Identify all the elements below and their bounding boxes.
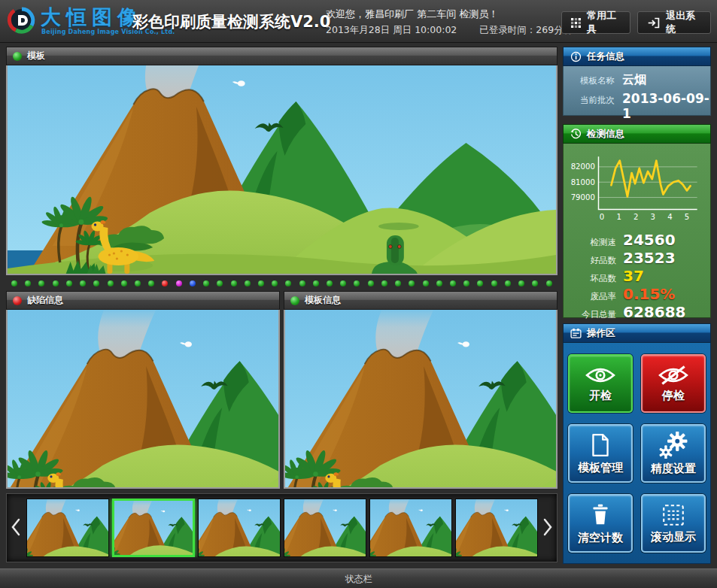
filmstrip-thumbnail[interactable] — [284, 499, 366, 557]
filmstrip-thumbnail[interactable] — [455, 499, 538, 557]
indicator-dot — [258, 280, 264, 286]
task-label: 当前批次 — [573, 95, 615, 106]
svg-text:3: 3 — [651, 213, 655, 221]
status-led-icon — [13, 52, 22, 61]
stat-row: 好品数 23523 — [567, 249, 707, 267]
indicator-dot — [148, 280, 154, 286]
detection-info-body: 820008100079000012345 检测速 24560 好品数 2352… — [563, 144, 711, 318]
eye-off-icon — [658, 365, 689, 386]
indicator-dot — [409, 280, 415, 286]
svg-text:1: 1 — [616, 213, 621, 221]
operation-title: 操作区 — [587, 327, 615, 340]
app-window: 大恒图像 Beijing Daheng Image Vision Co., Lt… — [0, 0, 717, 588]
template-panel-header: 模板 — [6, 47, 557, 65]
id-card-icon — [570, 328, 582, 339]
filmstrip-thumbnail[interactable] — [369, 499, 452, 557]
clear-count-button[interactable]: 清空计数 — [568, 494, 633, 553]
chevron-right-icon — [543, 518, 552, 536]
task-row: 模板名称 云烟 — [573, 72, 710, 88]
batch-value: 2013-06-09-1 — [622, 91, 710, 121]
operation-header: 操作区 — [563, 323, 711, 343]
start-inspection-button[interactable]: 开检 — [568, 354, 633, 413]
template-manage-button[interactable]: 模板管理 — [568, 424, 633, 483]
good-count-value: 23523 — [623, 249, 676, 267]
scroll-display-button[interactable]: 滚动显示 — [641, 494, 706, 553]
indicator-dot — [135, 280, 141, 286]
indicator-dot — [423, 280, 429, 286]
indicator-dot — [436, 280, 442, 286]
template-panel-title: 模板 — [27, 50, 45, 62]
indicator-dot — [518, 280, 524, 286]
eye-icon — [585, 365, 616, 386]
app-title: 彩色印刷质量检测系统V2.0 — [132, 11, 330, 32]
template-panel: 模板 — [6, 47, 557, 275]
detection-stats: 检测速 24560 好品数 23523 坏品数 37 废品率 0.15% 今日总… — [567, 226, 707, 321]
precision-settings-button[interactable]: 精度设置 — [641, 424, 706, 483]
indicator-dot — [217, 280, 223, 286]
start-inspection-label: 开检 — [589, 389, 612, 403]
indicator-dot — [450, 280, 456, 286]
status-bar: 状态栏 — [0, 568, 717, 588]
filmstrip-thumbnail[interactable] — [26, 499, 109, 557]
defect-image — [6, 310, 280, 489]
task-info-title: 任务信息 — [587, 50, 624, 63]
indicator-dot — [190, 280, 196, 286]
filmstrip-prev-button[interactable] — [9, 514, 23, 541]
indicator-dot — [354, 280, 360, 286]
indicator-dot — [381, 280, 387, 286]
svg-text:2: 2 — [633, 213, 638, 221]
indicator-dot — [231, 280, 237, 286]
status-led-icon — [290, 296, 299, 305]
indicator-dot — [108, 280, 114, 286]
svg-text:81000: 81000 — [571, 178, 595, 186]
common-tools-label: 常用工具 — [587, 9, 621, 36]
stop-inspection-label: 停检 — [662, 389, 685, 403]
stop-inspection-button[interactable]: 停检 — [641, 354, 706, 413]
indicator-dot — [327, 280, 333, 286]
status-bar-text: 状态栏 — [345, 573, 372, 586]
indicator-dot — [299, 280, 305, 286]
detect-speed-value: 24560 — [623, 231, 676, 249]
detection-info-title: 检测信息 — [587, 128, 624, 141]
task-info-body: 模板名称 云烟 当前批次 2013-06-09-1 — [563, 66, 711, 116]
indicator-dot — [546, 280, 552, 286]
indicator-dot — [176, 280, 182, 286]
svg-text:0: 0 — [600, 213, 604, 221]
indicator-dot — [25, 280, 31, 286]
task-row: 当前批次 2013-06-09-1 — [573, 91, 710, 121]
template-info-panel-title: 模板信息 — [305, 294, 341, 307]
daheng-logo — [7, 6, 38, 36]
common-tools-button[interactable]: 常用工具 — [561, 11, 630, 34]
indicator-dots — [6, 277, 557, 290]
marquee-icon — [661, 503, 686, 527]
stat-row: 废品率 0.15% — [567, 285, 707, 303]
exit-system-button[interactable]: 退出系统 — [637, 11, 711, 34]
svg-text:5: 5 — [685, 213, 689, 221]
detection-info-header: 检测信息 — [563, 124, 711, 144]
stat-row: 坏品数 37 — [567, 267, 707, 285]
filmstrip-next-button[interactable] — [541, 514, 554, 541]
grid-icon — [571, 17, 581, 29]
bad-count-value: 37 — [623, 267, 644, 285]
stat-label: 坏品数 — [567, 273, 616, 284]
stat-label: 今日总量 — [567, 309, 616, 320]
login-duration: 已登录时间：269分种 — [479, 24, 573, 35]
indicator-dot — [532, 280, 538, 286]
filmstrip-thumbnail[interactable] — [112, 499, 195, 557]
exit-icon — [647, 17, 660, 29]
indicator-dot — [121, 280, 127, 286]
indicator-dot — [245, 280, 251, 286]
top-header: 大恒图像 Beijing Daheng Image Vision Co., Lt… — [0, 0, 717, 43]
indicator-dot — [463, 280, 469, 286]
trash-icon — [588, 502, 613, 528]
indicator-dot — [313, 280, 319, 286]
indicator-dot — [340, 280, 346, 286]
stat-label: 检测速 — [567, 237, 616, 248]
filmstrip-thumbnail[interactable] — [198, 499, 281, 557]
template-info-panel-header: 模板信息 — [284, 291, 557, 310]
task-info-panel: 任务信息 模板名称 云烟 当前批次 2013-06-09-1 — [563, 47, 711, 116]
clear-count-label: 清空计数 — [578, 531, 623, 545]
operation-panel: 操作区 开检 停检 — [563, 323, 711, 564]
status-led-icon — [13, 296, 22, 305]
today-total-value: 628688 — [623, 303, 686, 321]
